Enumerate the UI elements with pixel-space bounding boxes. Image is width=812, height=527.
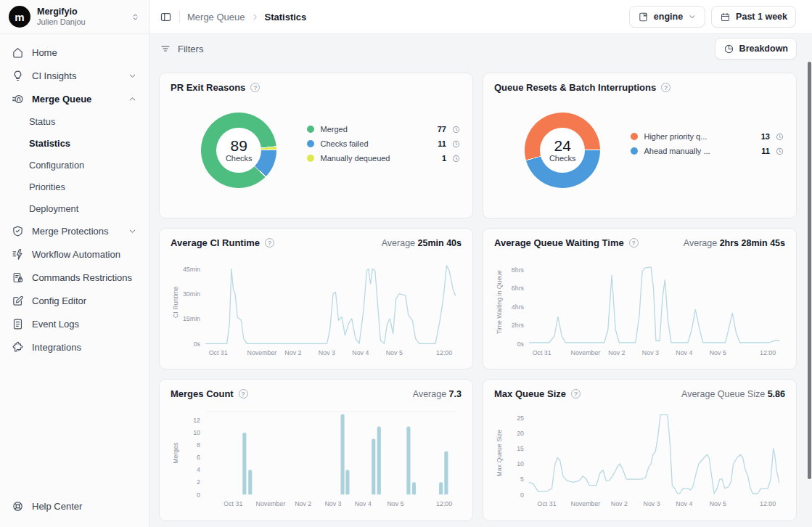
average-stat: Average 7.3 bbox=[413, 389, 462, 399]
sidebar: m Mergifyio Julien Danjou Home CI Insigh… bbox=[0, 0, 149, 527]
chevron-down-icon bbox=[688, 12, 697, 21]
svg-text:Time Waiting in Queue: Time Waiting in Queue bbox=[496, 270, 503, 334]
help-icon[interactable]: ? bbox=[265, 238, 274, 248]
average-stat: Average Queue Size 5.86 bbox=[681, 389, 785, 399]
merges-count-bar-chart[interactable]: Merges024681012Oct 31NovemberNov 2Nov 3N… bbox=[171, 404, 462, 514]
sidebar-item-deployment[interactable]: Deployment bbox=[6, 198, 143, 219]
vertical-scrollbar[interactable] bbox=[808, 62, 811, 479]
sidebar-item-priorities[interactable]: Priorities bbox=[6, 176, 143, 197]
clock-icon[interactable] bbox=[452, 126, 460, 134]
legend-item[interactable]: Checks failed 11 bbox=[307, 136, 460, 151]
svg-text:4: 4 bbox=[197, 466, 200, 473]
sidebar-item-event-logs[interactable]: Event Logs bbox=[6, 313, 143, 335]
bookmark-file-icon bbox=[638, 12, 649, 23]
svg-text:15: 15 bbox=[517, 445, 524, 452]
svg-text:5: 5 bbox=[520, 475, 524, 483]
card-average-queue-waiting-time: Average Queue Waiting Time ? Average 2hr… bbox=[483, 228, 797, 369]
help-icon[interactable]: ? bbox=[629, 238, 639, 248]
legend-item[interactable]: Higher priority q... 13 bbox=[631, 129, 784, 144]
clock-icon[interactable] bbox=[452, 155, 460, 163]
svg-text:Nov 3: Nov 3 bbox=[324, 500, 341, 507]
svg-text:0s: 0s bbox=[194, 340, 201, 348]
sidebar-item-status[interactable]: Status bbox=[6, 111, 143, 132]
pie-chart-icon bbox=[723, 44, 734, 54]
sidebar-item-statistics[interactable]: Statistics bbox=[6, 133, 143, 154]
filter-lines-icon bbox=[160, 43, 171, 54]
legend-item[interactable]: Ahead manually ... 11 bbox=[631, 144, 784, 158]
card-max-queue-size: Max Queue Size ? Average Queue Size 5.86… bbox=[483, 379, 797, 521]
ci-runtime-line-chart[interactable]: CI Runtime0s15min30min45minOct 31Novembe… bbox=[171, 253, 462, 363]
clock-icon[interactable] bbox=[776, 147, 784, 155]
help-center-link[interactable]: Help Center bbox=[6, 495, 143, 518]
card-title: Average CI Runtime bbox=[171, 237, 260, 248]
breakdown-button[interactable]: Breakdown bbox=[715, 38, 797, 60]
document-lines-icon bbox=[12, 318, 24, 330]
average-stat: Average 25min 40s bbox=[382, 238, 462, 248]
date-range-button[interactable]: Past 1 week bbox=[711, 6, 796, 28]
svg-text:Oct 31: Oct 31 bbox=[223, 500, 242, 507]
svg-text:12:00: 12:00 bbox=[436, 349, 452, 356]
sidebar-item-integrations[interactable]: Integrations bbox=[6, 336, 143, 359]
breadcrumb-merge-queue[interactable]: Merge Queue bbox=[187, 12, 245, 23]
sidebar-item-ci-insights[interactable]: CI Insights bbox=[6, 65, 143, 87]
calendar-icon bbox=[720, 12, 731, 23]
sidebar-item-merge-protections[interactable]: Merge Protections bbox=[6, 220, 143, 242]
legend: Higher priority q... 13 Ahead manually .… bbox=[631, 129, 785, 158]
legend-color-dot bbox=[307, 155, 314, 162]
sidebar-item-configuration[interactable]: Configuration bbox=[6, 155, 143, 176]
pencil-square-icon bbox=[12, 295, 24, 307]
queue-resets-donut-chart[interactable]: 24 Checks bbox=[525, 113, 600, 188]
sidebar-item-home[interactable]: Home bbox=[6, 41, 143, 64]
sidebar-item-commands-restrictions[interactable]: Commands Restrictions bbox=[6, 266, 143, 289]
clock-icon[interactable] bbox=[452, 140, 460, 148]
workspace-name: Mergifyio bbox=[37, 7, 124, 17]
svg-text:25: 25 bbox=[517, 414, 524, 422]
legend-item[interactable]: Merged 77 bbox=[307, 122, 460, 136]
svg-text:Oct 31: Oct 31 bbox=[533, 349, 551, 356]
breadcrumb: Merge Queue Statistics bbox=[187, 12, 306, 23]
legend-color-dot bbox=[307, 126, 314, 133]
sidebar-item-config-editor[interactable]: Config Editor bbox=[6, 290, 143, 312]
max-queue-size-line-chart[interactable]: Max Queue Size0510152025Oct 31NovemberNo… bbox=[494, 404, 785, 514]
chevron-right-icon bbox=[251, 13, 259, 21]
average-stat: Average 2hrs 28min 45s bbox=[684, 238, 785, 248]
svg-text:2: 2 bbox=[197, 479, 200, 486]
svg-text:2hrs: 2hrs bbox=[512, 322, 525, 329]
card-queue-resets: Queue Resets & Batch Interruptions ? 24 … bbox=[483, 73, 797, 218]
help-icon[interactable]: ? bbox=[661, 83, 670, 92]
chevron-down-icon bbox=[128, 226, 137, 236]
svg-text:Nov 3: Nov 3 bbox=[319, 349, 335, 356]
help-icon[interactable]: ? bbox=[239, 389, 248, 399]
help-icon[interactable]: ? bbox=[571, 389, 581, 399]
donut-center-value: 24 bbox=[554, 138, 571, 154]
workspace-switcher[interactable]: m Mergifyio Julien Danjou bbox=[0, 0, 149, 34]
svg-text:Nov 4: Nov 4 bbox=[352, 349, 369, 356]
card-pr-exit-reasons: PR Exit Reasons ? 89 Checks bbox=[159, 73, 473, 218]
sidebar-toggle-icon[interactable] bbox=[160, 11, 172, 23]
sidebar-item-merge-queue[interactable]: Merge Queue bbox=[6, 88, 143, 110]
pr-exit-donut-chart[interactable]: 89 Checks bbox=[201, 113, 276, 188]
legend-color-dot bbox=[631, 147, 638, 155]
sidebar-item-workflow-automation[interactable]: Workflow Automation bbox=[6, 243, 143, 266]
clock-icon[interactable] bbox=[776, 133, 784, 141]
svg-text:Nov 5: Nov 5 bbox=[387, 500, 403, 507]
svg-text:8: 8 bbox=[197, 441, 200, 449]
filters-button[interactable]: Filters bbox=[160, 43, 203, 54]
legend-item[interactable]: Manually dequeued 1 bbox=[307, 151, 460, 166]
help-icon[interactable]: ? bbox=[250, 83, 260, 92]
lifebuoy-icon bbox=[12, 500, 24, 512]
mergify-logo: m bbox=[9, 6, 30, 28]
svg-text:45min: 45min bbox=[183, 266, 200, 273]
svg-text:November: November bbox=[570, 349, 600, 356]
queue-waiting-line-chart[interactable]: Time Waiting in Queue0s2hrs4hrs6hrs8hrsO… bbox=[494, 253, 785, 363]
svg-text:Nov 4: Nov 4 bbox=[676, 349, 692, 356]
clipboard-lock-icon bbox=[12, 271, 24, 284]
environment-select[interactable]: engine bbox=[629, 6, 705, 28]
card-title: Merges Count bbox=[171, 388, 234, 399]
svg-text:8hrs: 8hrs bbox=[512, 266, 525, 274]
svg-text:10: 10 bbox=[193, 429, 200, 436]
legend: Merged 77 Checks failed 11 Manually dequ… bbox=[307, 122, 462, 166]
shield-check-icon bbox=[12, 225, 24, 237]
svg-text:0: 0 bbox=[197, 491, 200, 499]
card-title: PR Exit Reasons bbox=[171, 82, 245, 93]
